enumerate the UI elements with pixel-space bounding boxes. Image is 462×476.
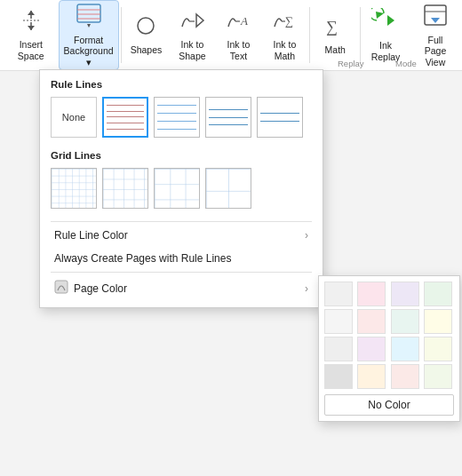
svg-marker-22 — [431, 18, 440, 23]
grid-lines-options — [51, 168, 312, 209]
color-swatch-1[interactable] — [357, 282, 386, 306]
svg-text:∑: ∑ — [326, 18, 338, 36]
format-background-label: FormatBackground ▾ — [64, 35, 114, 68]
rule-lines-thin-red[interactable] — [102, 97, 148, 138]
toolbar-item-ink-to-shape[interactable]: Ink toShape — [169, 0, 215, 70]
math-icon: ∑ — [323, 14, 346, 43]
color-swatch-5[interactable] — [357, 309, 386, 334]
rule-lines-wide-blue[interactable] — [205, 97, 251, 138]
always-create-pages-item[interactable]: Always Create Pages with Rule Lines — [51, 247, 312, 270]
rule-line-color-label: Rule Line Color — [54, 229, 128, 242]
rule-lines-title: Rule Lines — [51, 79, 312, 90]
full-page-view-icon — [422, 3, 449, 33]
color-swatch-6[interactable] — [391, 309, 419, 334]
grid-lines-medium[interactable] — [102, 168, 148, 209]
shapes-icon — [134, 14, 157, 43]
svg-marker-11 — [196, 14, 203, 27]
full-page-view-label: Full PageView — [419, 35, 451, 68]
divider-3 — [360, 7, 361, 63]
color-palette-popup: No Color — [318, 275, 460, 422]
svg-rect-5 — [77, 4, 100, 22]
svg-marker-1 — [28, 11, 35, 15]
toolbar-item-full-page-view[interactable]: Full PageView — [412, 0, 458, 70]
mode-label: Mode — [395, 59, 417, 68]
ink-to-shape-icon — [179, 9, 205, 37]
insert-space-label: Insert Space — [11, 39, 52, 61]
rule-lines-options: None — [51, 97, 312, 138]
svg-marker-3 — [28, 26, 35, 30]
menu-divider-1 — [51, 221, 312, 222]
ink-to-text-label: Ink toText — [227, 39, 251, 61]
toolbar-item-shapes[interactable]: Shapes — [123, 0, 169, 70]
grid-lines-xl[interactable] — [205, 168, 251, 209]
math-label: Math — [325, 44, 346, 56]
svg-text:∑: ∑ — [285, 14, 293, 28]
svg-point-10 — [138, 18, 154, 34]
color-swatch-15[interactable] — [424, 364, 452, 389]
svg-rect-23 — [52, 169, 96, 208]
rule-line-color-chevron: › — [305, 229, 308, 242]
ink-to-math-label: Ink toMath — [274, 39, 297, 61]
page-color-icon — [54, 280, 68, 297]
format-background-dropdown: Rule Lines None — [39, 69, 323, 308]
color-swatch-13[interactable] — [357, 364, 386, 389]
color-swatch-12[interactable] — [324, 364, 353, 389]
toolbar-item-ink-to-text[interactable]: A Ink toText — [215, 0, 261, 70]
format-background-icon — [76, 3, 102, 33]
insert-space-icon — [20, 9, 43, 37]
svg-rect-26 — [206, 169, 251, 208]
divider-2 — [309, 7, 310, 63]
svg-text:A: A — [240, 14, 248, 28]
color-swatch-7[interactable] — [424, 309, 452, 334]
color-swatch-0[interactable] — [324, 282, 353, 306]
toolbar: Insert Space FormatBackground ▾ Shapes — [0, 0, 462, 71]
menu-divider-2 — [51, 272, 312, 273]
rule-lines-none-label: None — [62, 112, 85, 123]
ink-to-math-icon: ∑ — [271, 9, 298, 37]
always-create-pages-label: Always Create Pages with Rule Lines — [54, 252, 231, 265]
color-swatch-9[interactable] — [357, 337, 386, 361]
rule-lines-none[interactable]: None — [51, 97, 97, 138]
color-swatch-4[interactable] — [324, 309, 353, 334]
svg-rect-25 — [155, 169, 199, 208]
color-swatch-10[interactable] — [391, 337, 419, 361]
color-swatch-3[interactable] — [424, 282, 452, 306]
grid-lines-title: Grid Lines — [51, 150, 312, 161]
color-grid — [324, 282, 454, 389]
toolbar-item-insert-space[interactable]: Insert Space — [4, 0, 59, 70]
toolbar-item-format-background[interactable]: FormatBackground ▾ — [59, 0, 119, 70]
color-swatch-14[interactable] — [391, 364, 419, 389]
ink-to-text-icon: A — [225, 9, 251, 37]
color-swatch-8[interactable] — [324, 337, 353, 361]
color-swatch-11[interactable] — [424, 337, 452, 361]
shapes-label: Shapes — [131, 44, 163, 56]
page-color-chevron: › — [305, 282, 308, 295]
page-color-label: Page Color — [74, 282, 127, 295]
svg-rect-24 — [103, 169, 147, 208]
grid-lines-large[interactable] — [154, 168, 200, 209]
replay-label: Replay — [338, 59, 364, 68]
rule-lines-extra-wide[interactable] — [257, 97, 303, 138]
svg-marker-19 — [387, 15, 394, 26]
color-swatch-2[interactable] — [391, 282, 419, 306]
grid-lines-fine[interactable] — [51, 168, 97, 209]
ink-to-shape-label: Ink toShape — [179, 39, 205, 61]
rule-line-color-item[interactable]: Rule Line Color › — [51, 224, 312, 247]
page-color-item[interactable]: Page Color › — [51, 274, 312, 302]
no-color-button[interactable]: No Color — [324, 394, 454, 416]
ink-replay-icon — [371, 8, 400, 38]
svg-rect-27 — [55, 281, 68, 293]
toolbar-item-ink-to-math[interactable]: ∑ Ink toMath — [261, 0, 307, 70]
rule-lines-medium-blue[interactable] — [154, 97, 200, 138]
page-color-row: Page Color — [54, 280, 127, 297]
divider-1 — [121, 7, 122, 63]
svg-marker-9 — [87, 24, 91, 28]
svg-marker-18 — [376, 12, 384, 19]
